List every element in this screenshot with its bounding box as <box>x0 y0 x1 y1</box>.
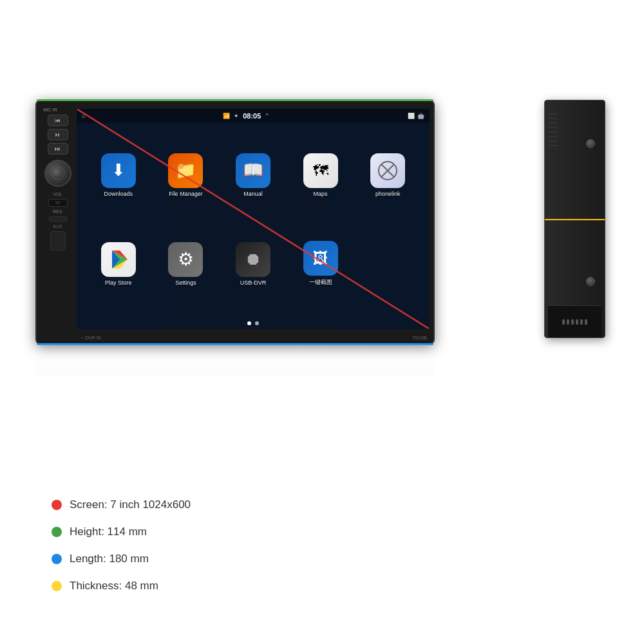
spec-text-height: Height: 114 mm <box>70 526 147 538</box>
usbdvr-label: USB-DVR <box>240 279 267 286</box>
spec-dot-height <box>52 527 62 537</box>
page-dot-1[interactable] <box>247 321 251 325</box>
manual-label: Manual <box>243 191 263 197</box>
vent-line-7 <box>548 140 558 142</box>
manual-icon: 📖 <box>243 160 263 180</box>
pin-1 <box>562 319 565 325</box>
side-vent <box>548 113 558 242</box>
side-screw-top <box>586 139 595 148</box>
signal-icon: 📶 <box>223 113 230 119</box>
page-dots <box>77 321 430 325</box>
side-connector <box>548 305 601 337</box>
power-toggle[interactable] <box>50 231 66 251</box>
page-dot-2[interactable] <box>255 321 259 325</box>
app-maps[interactable]: 🗺 Maps <box>289 132 353 218</box>
app-manual[interactable]: 📖 Manual <box>221 132 285 218</box>
settings-icon: ⚙ <box>178 249 194 270</box>
specs-section: Screen: 7 inch 1024x600 Height: 114 mm L… <box>52 498 191 592</box>
pin-4 <box>576 319 578 325</box>
app-screenshot[interactable]: 🖼 一键截图 <box>289 221 353 307</box>
bluetooth-icon: ✦ <box>234 113 239 119</box>
filemanager-label: File Manager <box>169 191 203 197</box>
window-icon: ⬜ <box>408 113 415 119</box>
playstore-icon-img <box>101 242 136 277</box>
status-left: ⌂ <box>82 113 85 119</box>
phonelink-icon-img <box>370 153 405 188</box>
phonelink-label: phonelink <box>375 191 401 197</box>
status-center: 📶 ✦ 08:05 ⌃ <box>223 112 270 120</box>
downloads-icon: ⬇ <box>111 160 126 180</box>
spec-thickness: Thickness: 48 mm <box>52 580 191 592</box>
screen-bottom-bar: ♀ /DVR IN 7010B <box>77 335 430 341</box>
status-right: ⬜ 🤖 <box>408 113 424 119</box>
app-filemanager[interactable]: 📁 File Manager <box>154 132 218 218</box>
home-icon: ⌂ <box>82 113 85 119</box>
maps-icon-img: 🗺 <box>303 153 338 188</box>
android-screen[interactable]: ⌂ 📶 ✦ 08:05 ⌃ ⬜ 🤖 ⬇ <box>77 109 430 329</box>
spec-dot-thickness <box>52 581 62 591</box>
filemanager-icon: 📁 <box>175 160 196 180</box>
playstore-icon <box>107 248 130 271</box>
downloads-icon-img: ⬇ <box>101 153 136 188</box>
maps-icon: 🗺 <box>313 162 328 180</box>
app-phonelink[interactable]: phonelink <box>355 132 420 218</box>
spec-text-screen: Screen: 7 inch 1024x600 <box>70 498 191 511</box>
tf-label: TF <box>55 201 60 205</box>
spec-length: Length: 180 mm <box>52 553 191 565</box>
settings-icon-img: ⚙ <box>168 242 203 277</box>
vent-line-3 <box>548 122 558 124</box>
vol-label: VOL <box>53 192 62 196</box>
screenshot-icon: 🖼 <box>313 249 328 267</box>
next-button[interactable]: ⏭ <box>48 143 68 155</box>
spec-dot-screen <box>52 500 62 510</box>
volume-knob[interactable] <box>44 160 71 187</box>
phonelink-icon <box>376 159 399 182</box>
tf-slot[interactable]: TF <box>48 199 68 207</box>
pin-6 <box>585 319 587 325</box>
filemanager-icon-img: 📁 <box>168 153 203 188</box>
status-time: 08:05 <box>243 112 261 120</box>
maps-label: Maps <box>314 191 328 197</box>
status-bar: ⌂ 📶 ✦ 08:05 ⌃ ⬜ 🤖 <box>77 109 430 123</box>
side-yellow-line <box>545 219 605 220</box>
spec-height: Height: 114 mm <box>52 526 191 538</box>
settings-label: Settings <box>175 279 196 286</box>
aux-label: AUX <box>53 224 62 229</box>
app-usbdvr[interactable]: ⏺ USB-DVR <box>221 221 285 307</box>
left-panel: MIC IR ⏮ ⏯ ⏭ VOL TF RES AUX <box>40 108 75 339</box>
screenshot-icon-img: 🖼 <box>303 241 338 276</box>
play-button[interactable]: ⏯ <box>48 129 68 140</box>
app-downloads[interactable]: ⬇ Downloads <box>86 132 151 218</box>
vent-line-8 <box>548 145 558 146</box>
knob-inner <box>52 167 64 180</box>
vent-line-4 <box>548 127 558 128</box>
pin-2 <box>567 319 569 325</box>
playstore-label: Play Store <box>105 279 132 286</box>
app-settings[interactable]: ⚙ Settings <box>154 221 218 307</box>
app-playstore[interactable]: Play Store <box>86 221 151 307</box>
stereo-side <box>544 100 605 338</box>
model-label: 7010B <box>412 335 427 341</box>
mic-label: MIC IR <box>40 108 75 112</box>
vent-line-2 <box>548 118 558 119</box>
vent-line-6 <box>548 136 558 137</box>
spec-screen: Screen: 7 inch 1024x600 <box>52 498 191 511</box>
res-label: RES <box>53 209 62 214</box>
vent-line-1 <box>548 113 558 115</box>
manual-icon-img: 📖 <box>236 153 270 188</box>
stereo-front: MIC IR ⏮ ⏯ ⏭ VOL TF RES AUX <box>35 100 435 345</box>
prev-button[interactable]: ⏮ <box>48 115 68 126</box>
screenshot-label: 一键截图 <box>309 278 332 287</box>
pin-3 <box>571 319 574 325</box>
downloads-label: Downloads <box>104 191 133 197</box>
spec-dot-length <box>52 554 62 564</box>
res-button[interactable] <box>49 216 67 222</box>
side-screw-bottom <box>586 277 595 286</box>
spec-text-length: Length: 180 mm <box>70 553 149 565</box>
usbdvr-icon-img: ⏺ <box>236 242 270 277</box>
android-icon: 🤖 <box>417 113 424 119</box>
usbdvr-icon: ⏺ <box>245 249 261 269</box>
vent-line-5 <box>548 131 558 133</box>
pin-5 <box>580 319 583 325</box>
chevron-icon: ⌃ <box>265 113 270 119</box>
